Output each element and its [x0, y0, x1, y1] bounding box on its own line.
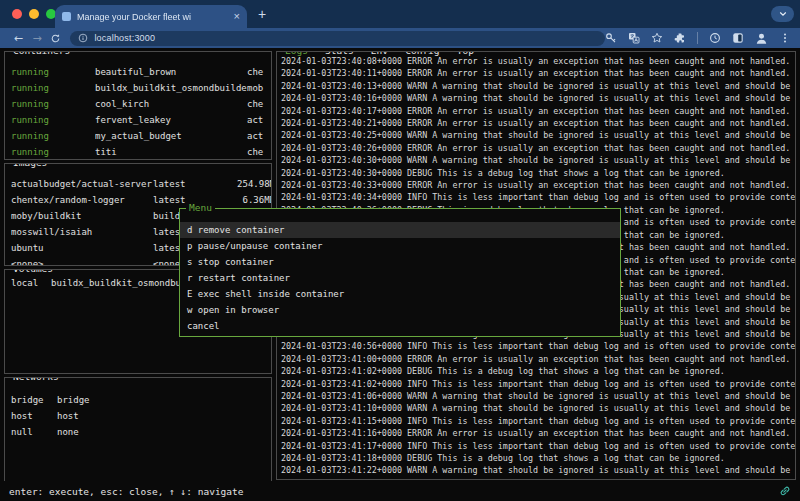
- container-image: act: [247, 128, 271, 144]
- extension-circle-icon[interactable]: [709, 32, 721, 44]
- container-name: fervent_leakey: [95, 112, 247, 128]
- log-line: 2024-01-03T23:41:02+0000 DEBUG This is a…: [281, 365, 795, 377]
- containers-list: runningbeautiful_browncherunningbuildx_b…: [5, 52, 271, 160]
- log-line: 2024-01-03T23:40:34+0000 INFO This is le…: [281, 191, 795, 203]
- network-name: host: [57, 408, 271, 424]
- toolbar-divider: [697, 32, 698, 44]
- site-info-icon[interactable]: [78, 33, 88, 43]
- tab-separator: —: [308, 51, 325, 56]
- reload-icon: [50, 33, 61, 44]
- container-image: che: [247, 64, 271, 80]
- container-image: mob: [247, 80, 271, 96]
- container-name: titi: [95, 144, 247, 160]
- container-row[interactable]: runningmy_actual_budgetact: [11, 128, 271, 144]
- logs-tab-stats[interactable]: Stats: [325, 51, 354, 56]
- tab-separator: —: [388, 51, 405, 56]
- log-line: 2024-01-03T23:41:22+0000 WARN A warning …: [281, 464, 795, 476]
- container-image: che: [247, 144, 271, 160]
- container-name: buildx_buildkit_osmondbuilder0: [95, 80, 247, 96]
- log-line: 2024-01-03T23:40:56+0000 INFO This is le…: [281, 340, 795, 352]
- password-key-icon[interactable]: [605, 32, 617, 44]
- container-action-menu: Menu d remove containerp pause/unpause c…: [179, 208, 621, 337]
- container-status: running: [11, 80, 95, 96]
- tab-search-button[interactable]: [771, 6, 794, 22]
- profile-avatar-icon[interactable]: [755, 32, 768, 45]
- url-bar[interactable]: localhost:3000: [70, 31, 605, 46]
- log-line: 2024-01-03T23:41:02+0000 INFO This is le…: [281, 378, 795, 390]
- chevron-down-icon: [778, 9, 788, 19]
- network-row[interactable]: nullnone: [11, 424, 271, 440]
- container-row[interactable]: runningbuildx_buildkit_osmondbuilder0mob: [11, 80, 271, 96]
- status-bar: enter: execute, esc: close, ↑ ↓: navigat…: [0, 481, 800, 501]
- network-row[interactable]: bridgebridge: [11, 392, 271, 408]
- container-image: act: [247, 112, 271, 128]
- image-name: ubuntu: [11, 240, 153, 256]
- logs-tab-top[interactable]: Top: [457, 51, 474, 56]
- menu-item-list: d remove containerp pause/unpause contai…: [180, 209, 620, 334]
- logs-panel-tabs: Logs — Stats — Env — Config — Top: [282, 51, 477, 56]
- container-row[interactable]: runningfervent_leakeyact: [11, 112, 271, 128]
- url-text[interactable]: localhost:3000: [94, 33, 155, 43]
- image-name: <none>: [11, 256, 153, 266]
- log-line: 2024-01-03T23:40:08+0000 ERROR An error …: [281, 55, 795, 67]
- menu-item-stop-container[interactable]: s stop container: [180, 254, 620, 270]
- container-status: running: [11, 144, 95, 160]
- logs-tab-env[interactable]: Env: [371, 51, 388, 56]
- container-name: my_actual_budget: [95, 128, 247, 144]
- tab-separator: —: [440, 51, 457, 56]
- menu-item-restart-container[interactable]: r restart container: [180, 270, 620, 286]
- image-name: chentex/random-logger: [11, 192, 153, 208]
- extension-square-icon[interactable]: [732, 32, 744, 44]
- browser-tab[interactable]: Manage your Docker fleet wi ×: [55, 5, 247, 28]
- container-row[interactable]: runningtitiche: [11, 144, 271, 160]
- log-line: 2024-01-03T23:40:17+0000 ERROR An error …: [281, 105, 795, 117]
- reload-button[interactable]: [47, 33, 66, 44]
- back-button[interactable]: ←: [9, 32, 28, 45]
- networks-panel-title: Networks: [10, 377, 62, 382]
- log-line: 2024-01-03T23:41:18+0000 DEBUG This is a…: [281, 452, 795, 464]
- network-driver: null: [11, 424, 57, 440]
- new-tab-button[interactable]: +: [258, 6, 266, 22]
- image-row[interactable]: chentex/random-loggerlatest6.36MB: [11, 192, 271, 208]
- toolbar-icons: [605, 32, 791, 45]
- translate-icon[interactable]: [628, 32, 640, 44]
- log-line: 2024-01-03T23:40:16+0000 WARN A warning …: [281, 92, 795, 104]
- menu-item-cancel[interactable]: cancel: [180, 318, 620, 334]
- logs-tab-config[interactable]: Config: [405, 51, 439, 56]
- networks-list: bridgebridgehosthostnullnone: [5, 378, 271, 440]
- close-window-button[interactable]: [12, 9, 22, 19]
- extensions-puzzle-icon[interactable]: [674, 32, 686, 44]
- networks-panel: Networks bridgebridgehosthostnullnone: [4, 377, 272, 482]
- image-name: mosswill/isaiah: [11, 224, 153, 240]
- container-status: running: [11, 112, 95, 128]
- image-name: actualbudget/actual-server: [11, 176, 153, 192]
- minimize-window-button[interactable]: [29, 9, 39, 19]
- container-name: beautiful_brown: [95, 64, 247, 80]
- tab-close-icon[interactable]: ×: [234, 11, 240, 22]
- image-name: moby/buildkit: [11, 208, 153, 224]
- connection-link-icon: [779, 482, 791, 501]
- menu-dots-icon[interactable]: [779, 32, 791, 44]
- container-status: running: [11, 96, 95, 112]
- menu-item-pause-unpause-container[interactable]: p pause/unpause container: [180, 238, 620, 254]
- container-row[interactable]: runningbeautiful_brownche: [11, 64, 271, 80]
- image-row[interactable]: actualbudget/actual-serverlatest254.98M: [11, 176, 271, 192]
- log-line: 2024-01-03T23:40:21+0000 ERROR An error …: [281, 117, 795, 129]
- image-tag: latest: [153, 176, 233, 192]
- menu-item-exec-shell-inside-container[interactable]: E exec shell inside container: [180, 286, 620, 302]
- log-line: 2024-01-03T23:40:13+0000 WARN A warning …: [281, 80, 795, 92]
- log-line: 2024-01-03T23:41:16+0000 ERROR An error …: [281, 427, 795, 439]
- forward-button[interactable]: →: [28, 32, 47, 45]
- network-row[interactable]: hosthost: [11, 408, 271, 424]
- bookmark-star-icon[interactable]: [651, 32, 663, 44]
- menu-item-open-in-browser[interactable]: w open in browser: [180, 302, 620, 318]
- logs-tab-logs[interactable]: Logs: [285, 51, 308, 56]
- container-image: che: [247, 96, 271, 112]
- log-line: 2024-01-03T23:40:11+0000 ERROR An error …: [281, 67, 795, 79]
- container-row[interactable]: runningcool_kirchche: [11, 96, 271, 112]
- log-line: 2024-01-03T23:40:30+0000 WARN A warning …: [281, 154, 795, 166]
- keyboard-hints: enter: execute, esc: close, ↑ ↓: navigat…: [9, 486, 244, 497]
- log-line: 2024-01-03T23:40:26+0000 ERROR An error …: [281, 142, 795, 154]
- container-name: cool_kirch: [95, 96, 247, 112]
- menu-item-remove-container[interactable]: d remove container: [180, 222, 620, 238]
